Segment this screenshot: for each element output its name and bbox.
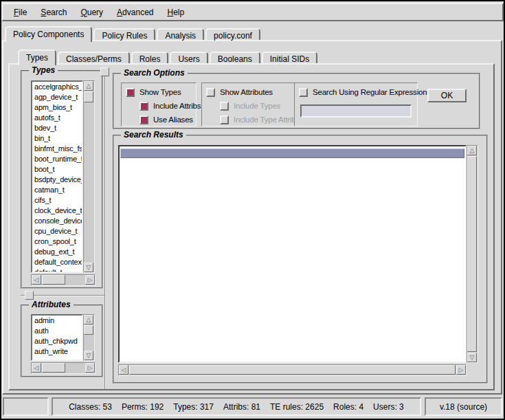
scroll-up-icon[interactable]: △ — [84, 315, 93, 324]
checkbox[interactable]: Show Types — [126, 87, 196, 97]
checkbox[interactable]: Include Type Attribs — [220, 115, 295, 124]
menu-item[interactable]: Advanced — [110, 5, 160, 19]
checkbox-indicator — [139, 115, 148, 124]
type-list-item[interactable]: bdev_t — [32, 123, 82, 133]
main-tab[interactable]: Analysis — [157, 28, 204, 40]
vertical-sash-handle[interactable] — [100, 67, 109, 76]
stat-item: Perms: 192 — [122, 402, 164, 412]
policy-version: v.18 (source) — [440, 402, 487, 412]
type-list-item[interactable]: catman_t — [32, 185, 82, 195]
results-vscrollbar[interactable]: △ ▽ — [467, 145, 478, 363]
scroll-left-icon[interactable]: ◁ — [32, 363, 41, 373]
results-hscrollbar[interactable]: ◁ ▷ — [118, 364, 467, 376]
type-list-item[interactable]: autofs_t — [32, 113, 82, 123]
checkbox[interactable]: Include Attribs — [139, 101, 196, 111]
main-tab[interactable]: policy.conf — [205, 28, 260, 40]
type-list-item[interactable]: default_context — [32, 257, 82, 267]
type-list-item[interactable]: bsdpty_device_ — [32, 175, 82, 185]
type-list-item[interactable]: cpu_device_t — [32, 226, 82, 236]
checkbox-label: Include Type Attribs — [234, 115, 300, 124]
scroll-left-icon[interactable]: ◁ — [119, 365, 128, 375]
types-hscrollbar[interactable]: ◁ ▷ — [31, 274, 96, 286]
stat-item: Types: 317 — [173, 402, 214, 412]
component-tab[interactable]: Initial SIDs — [262, 52, 317, 63]
checkbox[interactable]: Include Types — [220, 101, 295, 111]
regex-option-group: Search Using Regular Expression — [294, 82, 418, 126]
scroll-down-icon[interactable]: ▽ — [84, 263, 93, 272]
scroll-right-icon[interactable]: ▷ — [85, 275, 95, 285]
type-list-item[interactable]: accelgraphics_e — [32, 82, 82, 92]
menu-item[interactable]: Query — [74, 5, 110, 19]
main-tab-bar: Policy ComponentsPolicy RulesAnalysispol… — [5, 26, 262, 42]
type-list-item[interactable]: agp_device_t — [32, 92, 82, 102]
scroll-up-icon[interactable]: △ — [84, 81, 93, 91]
checkbox-label: Search Using Regular Expression — [313, 88, 427, 96]
component-tab[interactable]: Roles — [131, 52, 169, 63]
type-list-item[interactable]: cifs_t — [32, 195, 82, 206]
main-tab[interactable]: Policy Rules — [93, 28, 155, 40]
scroll-down-icon[interactable]: ▽ — [84, 351, 93, 360]
type-list-item[interactable]: apm_bios_t — [32, 102, 82, 113]
menu-item[interactable]: Search — [34, 5, 74, 19]
status-left-segment — [3, 397, 49, 416]
type-list-item[interactable]: clock_device_t — [32, 206, 82, 216]
regex-entry[interactable] — [302, 108, 410, 118]
attributes-vscrollbar-thumb[interactable] — [84, 325, 93, 335]
stat-item: Classes: 53 — [69, 402, 112, 412]
checkbox-indicator — [139, 102, 148, 111]
horizontal-sash-handle[interactable] — [25, 291, 34, 300]
main-tab[interactable]: Policy Components — [5, 26, 92, 42]
checkbox-label: Include Types — [234, 102, 280, 110]
checkbox[interactable]: Show Attributes — [206, 87, 295, 97]
search-options-title: Search Options — [121, 68, 188, 78]
checkbox-indicator — [126, 88, 135, 97]
type-list-item[interactable]: bin_t — [32, 133, 82, 144]
checkbox-indicator — [299, 88, 308, 97]
attribute-list-item[interactable]: auth_write — [32, 346, 82, 357]
scroll-down-icon[interactable]: ▽ — [467, 353, 477, 362]
component-tab[interactable]: Classes/Perms — [58, 52, 130, 63]
checkbox[interactable]: Use Aliases — [139, 115, 196, 124]
scroll-left-icon[interactable]: ◁ — [32, 275, 41, 285]
types-vscrollbar[interactable]: △ ▽ — [83, 80, 95, 273]
component-tab[interactable]: Booleans — [210, 52, 260, 63]
regex-checkbox[interactable]: Search Using Regular Expression — [299, 87, 417, 97]
type-list-item[interactable]: console_device — [32, 216, 82, 226]
search-results-title: Search Results — [121, 130, 186, 140]
types-listbox[interactable]: accelgraphics_eagp_device_tapm_bios_taut… — [31, 80, 83, 273]
ok-button[interactable]: OK — [427, 89, 467, 102]
regex-entry-box — [300, 104, 412, 118]
types-vscrollbar-thumb[interactable] — [84, 91, 93, 102]
search-results-text[interactable] — [118, 145, 467, 363]
checkbox-label: Use Aliases — [153, 115, 193, 124]
type-list-item[interactable]: binfmt_misc_fs — [32, 144, 82, 154]
attributes-listbox[interactable]: adminauthauth_chkpwdauth_write — [31, 314, 83, 361]
attributes-hscrollbar-thumb[interactable] — [42, 363, 65, 373]
policy-stats: Classes: 53Perms: 192Types: 317Attribs: … — [69, 402, 404, 412]
type-list-item[interactable]: boot_runtime_t — [32, 154, 82, 164]
scroll-right-icon[interactable]: ▷ — [456, 365, 466, 375]
type-list-item[interactable]: cron_spool_t — [32, 236, 82, 247]
results-vscrollbar-thumb[interactable] — [467, 156, 477, 352]
attributes-vscrollbar[interactable]: △ ▽ — [83, 314, 95, 361]
attribute-list-item[interactable]: auth_chkpwd — [32, 336, 82, 346]
type-list-item[interactable]: boot_t — [32, 164, 82, 175]
menu-item[interactable]: File — [7, 5, 34, 19]
checkbox-indicator — [220, 115, 229, 124]
menu-bar: FileSearchQueryAdvancedHelp — [1, 3, 504, 21]
attributes-hscrollbar[interactable]: ◁ ▷ — [31, 362, 96, 374]
scroll-up-icon[interactable]: △ — [467, 146, 477, 155]
type-list-item[interactable]: debug_ext_t — [32, 247, 82, 257]
attribute-list-item[interactable]: auth — [32, 326, 82, 336]
scroll-right-icon[interactable]: ▷ — [85, 363, 95, 373]
vertical-sash — [104, 76, 106, 389]
component-tab[interactable]: Types — [18, 49, 56, 65]
component-tab-bar: TypesClasses/PermsRolesUsersBooleansInit… — [18, 49, 319, 65]
types-hscrollbar-thumb[interactable] — [42, 275, 65, 285]
checkbox-indicator — [220, 102, 229, 111]
type-list-item[interactable]: default_t — [32, 267, 82, 273]
attribute-list-item[interactable]: admin — [32, 316, 82, 326]
component-tab[interactable]: Users — [170, 52, 207, 63]
results-hscrollbar-thumb[interactable] — [129, 365, 456, 375]
menu-item[interactable]: Help — [160, 5, 191, 19]
